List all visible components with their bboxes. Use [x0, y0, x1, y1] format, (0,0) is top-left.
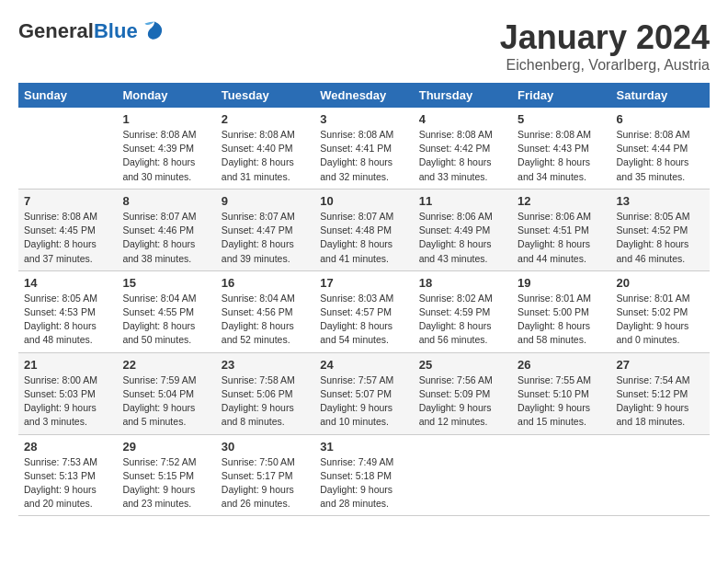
day-number: 27 — [617, 358, 704, 372]
logo: GeneralBlue — [18, 18, 167, 44]
logo-bird-icon — [142, 18, 167, 44]
calendar-cell: 25Sunrise: 7:56 AM Sunset: 5:09 PM Dayli… — [414, 352, 512, 434]
day-number: 4 — [419, 112, 506, 126]
day-info: Sunrise: 7:53 AM Sunset: 5:13 PM Dayligh… — [24, 455, 111, 511]
day-number: 18 — [419, 276, 506, 290]
day-info: Sunrise: 7:56 AM Sunset: 5:09 PM Dayligh… — [419, 373, 506, 430]
day-info: Sunrise: 8:08 AM Sunset: 4:42 PM Dayligh… — [419, 128, 506, 184]
calendar-cell — [512, 434, 610, 516]
calendar-cell: 27Sunrise: 7:54 AM Sunset: 5:12 PM Dayli… — [611, 352, 710, 434]
calendar-cell: 10Sunrise: 8:07 AM Sunset: 4:48 PM Dayli… — [314, 189, 413, 270]
day-number: 22 — [122, 358, 210, 372]
day-number: 9 — [222, 194, 309, 208]
calendar-cell: 6Sunrise: 8:08 AM Sunset: 4:44 PM Daylig… — [611, 108, 710, 189]
day-number: 30 — [222, 440, 309, 454]
day-info: Sunrise: 8:03 AM Sunset: 4:57 PM Dayligh… — [320, 292, 407, 348]
calendar-cell: 21Sunrise: 8:00 AM Sunset: 5:03 PM Dayli… — [18, 352, 117, 434]
day-number: 31 — [320, 440, 407, 454]
day-number: 28 — [24, 440, 111, 454]
day-info: Sunrise: 8:08 AM Sunset: 4:43 PM Dayligh… — [518, 128, 605, 184]
calendar-cell: 9Sunrise: 8:07 AM Sunset: 4:47 PM Daylig… — [216, 189, 314, 270]
header-day-tuesday: Tuesday — [216, 83, 314, 108]
day-number: 25 — [419, 358, 506, 372]
header-row: SundayMondayTuesdayWednesdayThursdayFrid… — [18, 83, 710, 108]
day-number: 19 — [518, 276, 605, 290]
calendar-cell: 16Sunrise: 8:04 AM Sunset: 4:56 PM Dayli… — [216, 270, 314, 352]
day-info: Sunrise: 8:06 AM Sunset: 4:51 PM Dayligh… — [518, 210, 605, 266]
header-day-saturday: Saturday — [611, 83, 710, 108]
day-number: 5 — [518, 112, 605, 126]
header-day-friday: Friday — [512, 83, 610, 108]
day-info: Sunrise: 8:05 AM Sunset: 4:52 PM Dayligh… — [617, 210, 704, 266]
day-info: Sunrise: 8:04 AM Sunset: 4:55 PM Dayligh… — [122, 292, 210, 348]
calendar-table: SundayMondayTuesdayWednesdayThursdayFrid… — [18, 83, 710, 516]
day-info: Sunrise: 8:01 AM Sunset: 5:00 PM Dayligh… — [518, 292, 605, 348]
header-day-monday: Monday — [117, 83, 215, 108]
day-info: Sunrise: 8:04 AM Sunset: 4:56 PM Dayligh… — [222, 292, 309, 348]
calendar-cell: 4Sunrise: 8:08 AM Sunset: 4:42 PM Daylig… — [414, 108, 512, 189]
day-info: Sunrise: 8:01 AM Sunset: 5:02 PM Dayligh… — [617, 292, 704, 348]
day-number: 13 — [617, 194, 704, 208]
day-number: 11 — [419, 194, 506, 208]
day-number: 2 — [222, 112, 309, 126]
week-row-3: 21Sunrise: 8:00 AM Sunset: 5:03 PM Dayli… — [18, 352, 710, 434]
week-row-0: 1Sunrise: 8:08 AM Sunset: 4:39 PM Daylig… — [18, 108, 710, 189]
day-number: 7 — [24, 194, 111, 208]
day-number: 20 — [617, 276, 704, 290]
calendar-cell: 30Sunrise: 7:50 AM Sunset: 5:17 PM Dayli… — [216, 434, 314, 516]
week-row-4: 28Sunrise: 7:53 AM Sunset: 5:13 PM Dayli… — [18, 434, 710, 516]
day-info: Sunrise: 7:58 AM Sunset: 5:06 PM Dayligh… — [222, 373, 309, 430]
day-info: Sunrise: 8:00 AM Sunset: 5:03 PM Dayligh… — [24, 373, 111, 430]
calendar-cell: 28Sunrise: 7:53 AM Sunset: 5:13 PM Dayli… — [18, 434, 117, 516]
day-number: 26 — [518, 358, 605, 372]
day-number: 16 — [222, 276, 309, 290]
week-row-1: 7Sunrise: 8:08 AM Sunset: 4:45 PM Daylig… — [18, 189, 710, 270]
calendar-cell: 24Sunrise: 7:57 AM Sunset: 5:07 PM Dayli… — [314, 352, 413, 434]
logo-general: General — [18, 19, 94, 42]
location-subtitle: Eichenberg, Vorarlberg, Austria — [500, 57, 710, 74]
calendar-cell: 15Sunrise: 8:04 AM Sunset: 4:55 PM Dayli… — [117, 270, 215, 352]
calendar-cell: 20Sunrise: 8:01 AM Sunset: 5:02 PM Dayli… — [611, 270, 710, 352]
day-number: 6 — [617, 112, 704, 126]
day-number: 8 — [122, 194, 210, 208]
title-block: January 2024 Eichenberg, Vorarlberg, Aus… — [500, 18, 710, 74]
calendar-cell: 26Sunrise: 7:55 AM Sunset: 5:10 PM Dayli… — [512, 352, 610, 434]
day-number: 23 — [222, 358, 309, 372]
day-number: 15 — [122, 276, 210, 290]
day-info: Sunrise: 8:07 AM Sunset: 4:46 PM Dayligh… — [122, 210, 210, 266]
logo-text: GeneralBlue — [18, 18, 167, 44]
calendar-cell: 8Sunrise: 8:07 AM Sunset: 4:46 PM Daylig… — [117, 189, 215, 270]
calendar-body: 1Sunrise: 8:08 AM Sunset: 4:39 PM Daylig… — [18, 108, 710, 516]
day-info: Sunrise: 7:52 AM Sunset: 5:15 PM Dayligh… — [122, 455, 210, 511]
calendar-cell: 22Sunrise: 7:59 AM Sunset: 5:04 PM Dayli… — [117, 352, 215, 434]
calendar-cell: 17Sunrise: 8:03 AM Sunset: 4:57 PM Dayli… — [314, 270, 413, 352]
day-number: 12 — [518, 194, 605, 208]
calendar-cell: 1Sunrise: 8:08 AM Sunset: 4:39 PM Daylig… — [117, 108, 215, 189]
calendar-cell: 18Sunrise: 8:02 AM Sunset: 4:59 PM Dayli… — [414, 270, 512, 352]
day-number: 10 — [320, 194, 407, 208]
calendar-cell: 29Sunrise: 7:52 AM Sunset: 5:15 PM Dayli… — [117, 434, 215, 516]
day-info: Sunrise: 8:02 AM Sunset: 4:59 PM Dayligh… — [419, 292, 506, 348]
calendar-cell: 11Sunrise: 8:06 AM Sunset: 4:49 PM Dayli… — [414, 189, 512, 270]
day-info: Sunrise: 8:08 AM Sunset: 4:40 PM Dayligh… — [222, 128, 309, 184]
day-info: Sunrise: 8:08 AM Sunset: 4:41 PM Dayligh… — [320, 128, 407, 184]
day-number: 3 — [320, 112, 407, 126]
calendar-cell: 19Sunrise: 8:01 AM Sunset: 5:00 PM Dayli… — [512, 270, 610, 352]
day-number: 17 — [320, 276, 407, 290]
day-number: 24 — [320, 358, 407, 372]
calendar-cell: 7Sunrise: 8:08 AM Sunset: 4:45 PM Daylig… — [18, 189, 117, 270]
day-info: Sunrise: 7:59 AM Sunset: 5:04 PM Dayligh… — [122, 373, 210, 430]
day-info: Sunrise: 8:05 AM Sunset: 4:53 PM Dayligh… — [24, 292, 111, 348]
header-day-thursday: Thursday — [414, 83, 512, 108]
day-info: Sunrise: 8:07 AM Sunset: 4:47 PM Dayligh… — [222, 210, 309, 266]
calendar-header: SundayMondayTuesdayWednesdayThursdayFrid… — [18, 83, 710, 108]
day-number: 1 — [122, 112, 210, 126]
day-info: Sunrise: 7:57 AM Sunset: 5:07 PM Dayligh… — [320, 373, 407, 430]
calendar-cell: 23Sunrise: 7:58 AM Sunset: 5:06 PM Dayli… — [216, 352, 314, 434]
day-number: 14 — [24, 276, 111, 290]
day-info: Sunrise: 8:08 AM Sunset: 4:44 PM Dayligh… — [617, 128, 704, 184]
day-info: Sunrise: 7:54 AM Sunset: 5:12 PM Dayligh… — [617, 373, 704, 430]
calendar-cell: 3Sunrise: 8:08 AM Sunset: 4:41 PM Daylig… — [314, 108, 413, 189]
day-info: Sunrise: 8:08 AM Sunset: 4:45 PM Dayligh… — [24, 210, 111, 266]
calendar-cell: 12Sunrise: 8:06 AM Sunset: 4:51 PM Dayli… — [512, 189, 610, 270]
